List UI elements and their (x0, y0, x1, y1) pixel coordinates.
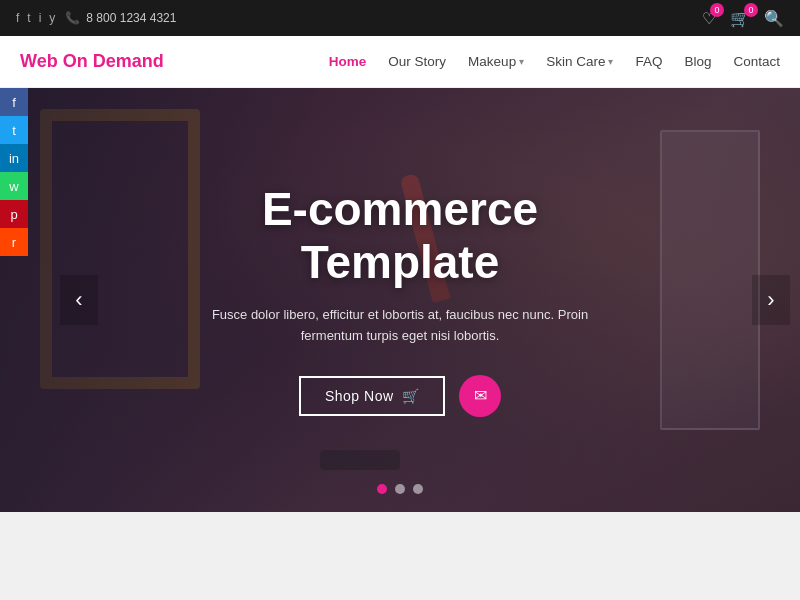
nav-skin-care[interactable]: Skin Care ▾ (546, 54, 613, 69)
wishlist-badge: 0 (710, 3, 724, 17)
slider-dot-1[interactable] (377, 484, 387, 494)
hero-buttons: Shop Now 🛒 ✉ (299, 375, 501, 417)
logo-text-part1: Web On Demand (20, 51, 164, 71)
nav-contact[interactable]: Contact (733, 54, 780, 69)
top-bar-right: ♡ 0 🛒 0 🔍 (702, 9, 784, 28)
search-icon: 🔍 (764, 10, 784, 27)
top-instagram-icon[interactable]: i (39, 11, 42, 25)
logo: Web On Demand (20, 51, 164, 72)
cart-badge: 0 (744, 3, 758, 17)
skincare-dropdown-arrow: ▾ (608, 56, 613, 67)
hero-title: E-commerceTemplate (262, 183, 538, 289)
sidebar-twitter-button[interactable]: t (0, 116, 28, 144)
slider-dots (377, 484, 423, 494)
phone-number: 8 800 1234 4321 (86, 11, 176, 25)
social-sidebar: f t in w p r (0, 88, 28, 256)
top-youtube-icon[interactable]: y (49, 11, 55, 25)
top-twitter-icon[interactable]: t (27, 11, 30, 25)
slider-next-arrow[interactable]: › (752, 275, 790, 325)
phone-icon: 📞 (65, 11, 80, 25)
shop-now-label: Shop Now (325, 388, 394, 404)
phone-area: 📞 8 800 1234 4321 (65, 11, 176, 25)
top-facebook-icon[interactable]: f (16, 11, 19, 25)
shop-now-button[interactable]: Shop Now 🛒 (299, 376, 445, 416)
hero-section: E-commerceTemplate Fusce dolor libero, e… (0, 88, 800, 512)
nav-makeup[interactable]: Makeup ▾ (468, 54, 524, 69)
nav-bar: Web On Demand Home Our Story Makeup ▾ Sk… (0, 36, 800, 88)
nav-links: Home Our Story Makeup ▾ Skin Care ▾ FAQ … (329, 54, 780, 69)
nav-blog[interactable]: Blog (684, 54, 711, 69)
hero-subtitle: Fusce dolor libero, efficitur et loborti… (200, 305, 600, 347)
slider-dot-3[interactable] (413, 484, 423, 494)
slider-prev-arrow[interactable]: ‹ (60, 275, 98, 325)
sidebar-whatsapp-button[interactable]: w (0, 172, 28, 200)
top-bar-left: f t i y 📞 8 800 1234 4321 (16, 11, 176, 25)
sidebar-pinterest-button[interactable]: p (0, 200, 28, 228)
email-icon: ✉ (474, 386, 487, 405)
logo-highlight: O (63, 51, 77, 71)
sidebar-reddit-button[interactable]: r (0, 228, 28, 256)
sidebar-facebook-button[interactable]: f (0, 88, 28, 116)
makeup-dropdown-arrow: ▾ (519, 56, 524, 67)
wishlist-button[interactable]: ♡ 0 (702, 9, 716, 28)
nav-our-story[interactable]: Our Story (388, 54, 446, 69)
top-bar: f t i y 📞 8 800 1234 4321 ♡ 0 🛒 0 🔍 (0, 0, 800, 36)
sidebar-linkedin-button[interactable]: in (0, 144, 28, 172)
nav-home[interactable]: Home (329, 54, 367, 69)
slider-dot-2[interactable] (395, 484, 405, 494)
shop-now-cart-icon: 🛒 (402, 388, 420, 404)
nav-faq[interactable]: FAQ (635, 54, 662, 69)
hero-content: E-commerceTemplate Fusce dolor libero, e… (0, 88, 800, 512)
search-button[interactable]: 🔍 (764, 9, 784, 28)
cart-button[interactable]: 🛒 0 (730, 9, 750, 28)
top-social-icons: f t i y (16, 11, 55, 25)
email-button[interactable]: ✉ (459, 375, 501, 417)
